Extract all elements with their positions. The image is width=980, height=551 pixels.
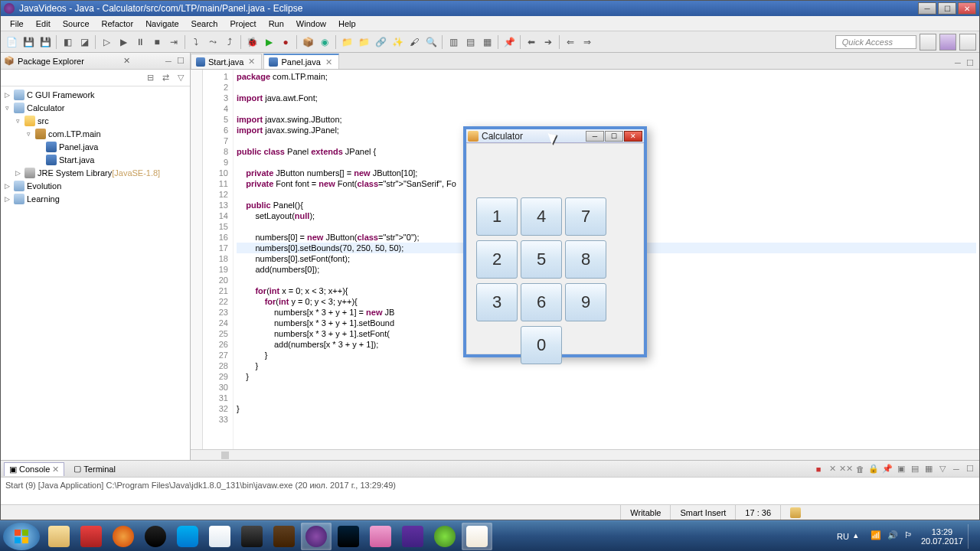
calc-button-5[interactable]: 5 [521, 240, 562, 279]
toggle-button[interactable]: ◪ [77, 34, 92, 50]
tray-show-desktop[interactable] [968, 524, 974, 549]
tray-show-hidden-icon[interactable]: ▴ [854, 530, 866, 543]
tree-toggle-icon[interactable]: ▷ [2, 91, 11, 99]
calc-button-2[interactable]: 2 [476, 240, 518, 279]
calc-close-button[interactable]: ✕ [624, 131, 642, 142]
pin-console-button[interactable]: 📌 [881, 463, 893, 475]
minimize-button[interactable]: ─ [918, 2, 936, 15]
new-package-button[interactable]: 📦 [300, 34, 315, 50]
tree-item[interactable]: ▷C GUI Framework [2, 88, 188, 101]
collapse-all-button[interactable]: ⊟ [144, 72, 156, 84]
new-button[interactable]: 📄 [4, 34, 19, 50]
task-eclipse[interactable] [301, 523, 332, 550]
layout-2-button[interactable]: ▤ [462, 34, 478, 50]
open-task-button[interactable]: 📁 [339, 34, 354, 50]
step-into-button[interactable]: ⤵ [188, 34, 204, 50]
scroll-lock-button[interactable]: 🔒 [867, 463, 880, 475]
disconnect-button[interactable]: ⇥ [166, 34, 181, 50]
calc-button-1[interactable]: 1 [476, 197, 518, 236]
tree-item[interactable]: ▷Learning [2, 192, 188, 205]
tree-toggle-icon[interactable]: ▷ [2, 182, 11, 190]
task-app-red[interactable] [76, 523, 106, 550]
tree-item[interactable]: ▿Calculator [2, 101, 188, 114]
menu-run[interactable]: Run [263, 18, 290, 30]
scroll-left-button[interactable] [221, 452, 229, 459]
task-purple[interactable] [397, 523, 428, 550]
console-max-button[interactable]: ☐ [964, 463, 976, 475]
terminate-button[interactable]: ■ [812, 463, 825, 475]
editor-tab[interactable]: Start.java✕ [191, 54, 262, 69]
tree-toggle-icon[interactable]: ▿ [24, 130, 33, 138]
debug-perspective-button[interactable] [959, 34, 976, 51]
menu-project[interactable]: Project [224, 18, 262, 30]
tree-item[interactable]: ▿com.LTP.main [2, 127, 188, 140]
menu-navigate[interactable]: Navigate [139, 18, 185, 30]
task-skype[interactable] [172, 523, 203, 550]
java-perspective-button[interactable] [939, 34, 956, 51]
start-button[interactable] [3, 523, 40, 550]
calc-button-7[interactable]: 7 [565, 197, 606, 236]
tray-network-icon[interactable]: 📶 [871, 530, 883, 543]
tray-clock[interactable]: 13:29 20.07.2017 [921, 527, 963, 546]
resume-button[interactable]: ▶ [116, 34, 131, 50]
tray-lang[interactable]: RU [837, 532, 849, 541]
open-console-button[interactable]: ▤ [909, 463, 921, 475]
console-tab[interactable]: ▣ Console ✕ [4, 462, 64, 476]
tray-volume-icon[interactable]: 🔊 [887, 530, 900, 543]
back-button[interactable]: ⇐ [563, 34, 578, 50]
tree-item[interactable]: ▿src [2, 114, 188, 127]
menu-window[interactable]: Window [290, 18, 332, 30]
pane-minimize-button[interactable]: ─ [162, 55, 175, 67]
menu-refactor[interactable]: Refactor [96, 18, 140, 30]
paint-button[interactable]: 🖌 [407, 34, 422, 50]
tree-toggle-icon[interactable]: ▷ [13, 169, 22, 177]
run-button[interactable]: ▶ [261, 34, 276, 50]
tab-close-button[interactable]: ✕ [324, 57, 334, 67]
tree-item[interactable]: ▷Evolution [2, 179, 188, 192]
console-menu-button[interactable]: ▽ [936, 463, 949, 475]
calc-button-9[interactable]: 9 [565, 283, 606, 321]
close-button[interactable]: ✕ [958, 2, 976, 15]
stop-button[interactable]: ■ [149, 34, 165, 50]
pause-button[interactable]: ⏸ [132, 34, 148, 50]
console-output[interactable]: Start (9) [Java Application] C:\Program … [1, 478, 979, 493]
task-firefox[interactable] [108, 523, 139, 550]
calc-button-0[interactable]: 0 [521, 326, 562, 364]
tree-toggle-icon[interactable]: ▷ [2, 195, 11, 203]
layout-1-button[interactable]: ▥ [446, 34, 461, 50]
wand-button[interactable]: ✨ [390, 34, 405, 50]
tray-action-icon[interactable]: 🏳 [904, 530, 916, 543]
terminal-tab[interactable]: ▢ Terminal [69, 462, 120, 475]
layout-3-button[interactable]: ▦ [479, 34, 495, 50]
new-console-button[interactable]: ▦ [923, 463, 935, 475]
tree-toggle-icon[interactable]: ▿ [13, 117, 22, 125]
calc-button-8[interactable]: 8 [565, 240, 606, 279]
task-steam[interactable] [140, 523, 171, 550]
console-min-button[interactable]: ─ [950, 463, 962, 475]
save-all-button[interactable]: 💾 [38, 34, 53, 50]
skip-button[interactable]: ▷ [99, 34, 114, 50]
display-console-button[interactable]: ▣ [895, 463, 907, 475]
task-dosbox[interactable] [269, 523, 299, 550]
tree-item[interactable]: Start.java [2, 153, 188, 166]
maximize-button[interactable]: ☐ [938, 2, 956, 15]
next-button[interactable]: ➔ [541, 34, 556, 50]
editor-maximize-button[interactable]: ☐ [964, 57, 976, 69]
prev-button[interactable]: ⬅ [524, 34, 539, 50]
calc-minimize-button[interactable]: ─ [586, 131, 604, 142]
menu-help[interactable]: Help [332, 18, 362, 30]
pane-close-button[interactable]: ✕ [121, 56, 132, 67]
editor-tab[interactable]: Panel.java✕ [263, 54, 338, 69]
task-paint[interactable] [365, 523, 396, 550]
task-photoshop[interactable] [333, 523, 364, 550]
menu-source[interactable]: Source [57, 18, 96, 30]
pane-maximize-button[interactable]: ☐ [175, 55, 187, 67]
step-over-button[interactable]: ⤳ [205, 34, 220, 50]
calc-maximize-button[interactable]: ☐ [605, 131, 623, 142]
editor-minimize-button[interactable]: ─ [952, 57, 964, 69]
tree-item[interactable]: Panel.java [2, 140, 188, 153]
new-folder-button[interactable]: 📁 [356, 34, 371, 50]
pin-button[interactable]: 📌 [501, 34, 517, 50]
debug-button[interactable]: 🐞 [244, 34, 260, 50]
clear-console-button[interactable]: 🗑 [854, 463, 866, 475]
